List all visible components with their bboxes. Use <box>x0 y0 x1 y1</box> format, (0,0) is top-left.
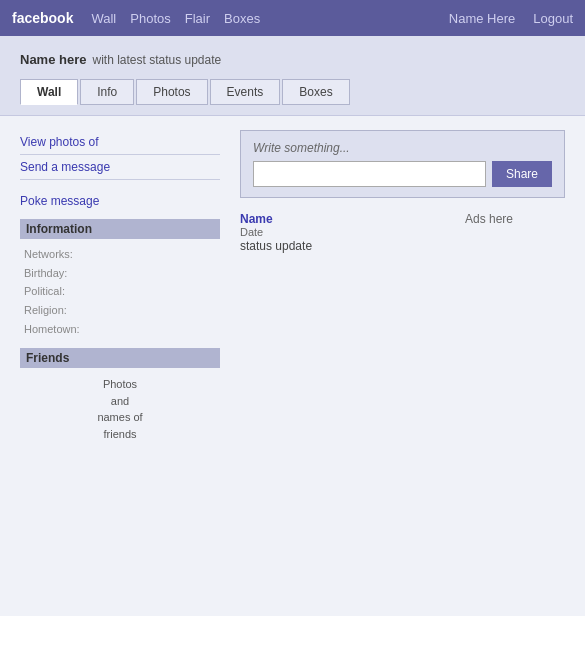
brand-logo[interactable]: facebook <box>12 10 73 26</box>
send-message-link[interactable]: Send a message <box>20 155 220 180</box>
status-input[interactable] <box>253 161 486 187</box>
ads-area: Ads here <box>465 212 565 261</box>
nav-right: Name Here Logout <box>449 11 573 26</box>
nav-boxes[interactable]: Boxes <box>224 11 260 26</box>
ads-label: Ads here <box>465 212 513 226</box>
post-date: Date <box>240 226 445 238</box>
info-networks: Networks: <box>24 245 216 264</box>
tab-boxes[interactable]: Boxes <box>282 79 349 105</box>
info-hometown: Hometown: <box>24 320 216 339</box>
left-sidebar: View photos of Send a message Poke messa… <box>20 130 220 602</box>
nav-username[interactable]: Name Here <box>449 11 515 26</box>
info-section: Information Networks: Birthday: Politica… <box>20 219 220 340</box>
wall-top: Name Date status update Ads here <box>240 212 565 261</box>
poke-section: Poke message <box>20 188 220 213</box>
view-photos-link[interactable]: View photos of <box>20 130 220 155</box>
nav-links: Wall Photos Flair Boxes <box>91 11 448 26</box>
post-author-name: Name <box>240 212 445 226</box>
nav-wall[interactable]: Wall <box>91 11 116 26</box>
profile-tabs: Wall Info Photos Events Boxes <box>20 79 565 105</box>
info-header: Information <box>20 219 220 239</box>
nav-photos[interactable]: Photos <box>130 11 170 26</box>
top-navbar: facebook Wall Photos Flair Boxes Name He… <box>0 0 585 36</box>
tab-events[interactable]: Events <box>210 79 281 105</box>
status-input-row: Share <box>253 161 552 187</box>
center-column: Write something... Share Name Date statu… <box>240 130 565 602</box>
profile-info-row: Name here with latest status update <box>20 52 565 67</box>
friends-content: Photosandnames offriends <box>20 372 220 446</box>
info-items: Networks: Birthday: Political: Religion:… <box>20 243 220 340</box>
nav-flair[interactable]: Flair <box>185 11 210 26</box>
post-text: status update <box>240 239 312 253</box>
friends-header: Friends <box>20 348 220 368</box>
tab-info[interactable]: Info <box>80 79 134 105</box>
post-meta: Name Date <box>240 212 445 238</box>
status-box: Write something... Share <box>240 130 565 198</box>
tab-wall[interactable]: Wall <box>20 79 78 105</box>
info-political: Political: <box>24 282 216 301</box>
main-content: View photos of Send a message Poke messa… <box>0 116 585 616</box>
friends-section: Friends Photosandnames offriends <box>20 348 220 446</box>
post-area: Name Date status update <box>240 212 445 261</box>
profile-name: Name here <box>20 52 86 67</box>
profile-header: Name here with latest status update Wall… <box>0 36 585 116</box>
info-birthday: Birthday: <box>24 264 216 283</box>
info-religion: Religion: <box>24 301 216 320</box>
nav-logout[interactable]: Logout <box>533 11 573 26</box>
tab-photos[interactable]: Photos <box>136 79 207 105</box>
poke-link[interactable]: Poke message <box>20 194 99 208</box>
profile-status: with latest status update <box>92 53 221 67</box>
wall-post: Name Date status update <box>240 212 445 253</box>
share-button[interactable]: Share <box>492 161 552 187</box>
write-label: Write something... <box>253 141 552 155</box>
